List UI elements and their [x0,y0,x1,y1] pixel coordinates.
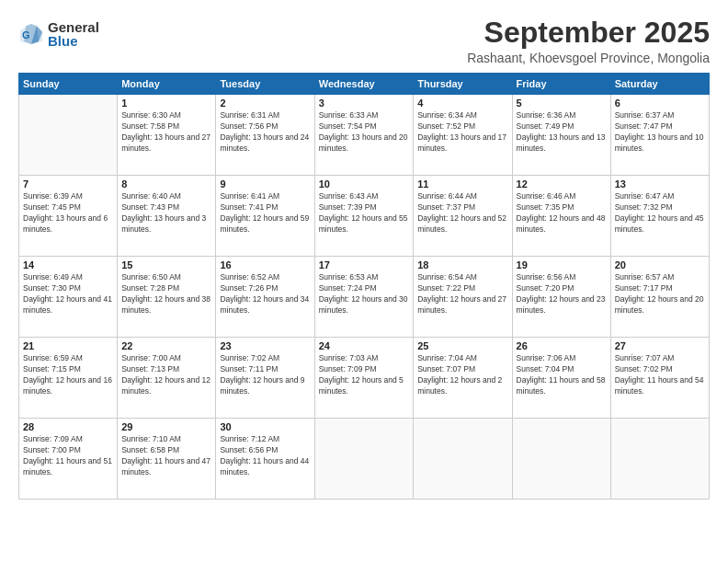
logo-blue: Blue [48,34,99,48]
svg-text:G: G [22,29,30,40]
cell-date: 11 [417,178,507,190]
cell-date: 18 [417,259,507,270]
col-saturday: Saturday [610,74,709,95]
title-block: September 2025 Rashaant, Khoevsgoel Prov… [467,17,710,65]
cell-info: Sunrise: 6:37 AMSunset: 7:47 PMDaylight:… [615,110,705,155]
cell-info: Sunrise: 6:44 AMSunset: 7:37 PMDaylight:… [417,191,507,236]
cell-info: Sunrise: 6:56 AMSunset: 7:20 PMDaylight:… [517,272,607,316]
cell-info: Sunrise: 6:47 AMSunset: 7:32 PMDaylight:… [615,191,705,236]
cell-date: 15 [121,259,211,270]
table-row: 14Sunrise: 6:49 AMSunset: 7:30 PMDayligh… [19,257,118,338]
table-row: 8Sunrise: 6:40 AMSunset: 7:43 PMDaylight… [118,176,216,257]
calendar: Sunday Monday Tuesday Wednesday Thursday… [18,73,710,500]
cell-info: Sunrise: 7:02 AMSunset: 7:11 PMDaylight:… [220,353,310,397]
cell-info: Sunrise: 6:33 AMSunset: 7:54 PMDaylight:… [319,110,409,155]
table-row: 22Sunrise: 7:00 AMSunset: 7:13 PMDayligh… [118,338,216,419]
table-row: 12Sunrise: 6:46 AMSunset: 7:35 PMDayligh… [512,176,610,257]
cell-date: 24 [319,340,409,351]
table-row: 30Sunrise: 7:12 AMSunset: 6:56 PMDayligh… [216,419,314,500]
cell-date: 5 [517,98,607,109]
cell-info: Sunrise: 7:03 AMSunset: 7:09 PMDaylight:… [319,353,409,397]
table-row: 16Sunrise: 6:52 AMSunset: 7:26 PMDayligh… [216,257,314,338]
cell-info: Sunrise: 6:39 AMSunset: 7:45 PMDaylight:… [23,191,113,236]
cell-date: 26 [517,340,607,351]
table-row: 10Sunrise: 6:43 AMSunset: 7:39 PMDayligh… [314,176,413,257]
table-row: 9Sunrise: 6:41 AMSunset: 7:41 PMDaylight… [216,176,314,257]
cell-info: Sunrise: 6:53 AMSunset: 7:24 PMDaylight:… [319,272,409,316]
table-row: 23Sunrise: 7:02 AMSunset: 7:11 PMDayligh… [216,338,314,419]
cell-date: 22 [121,340,211,351]
cell-info: Sunrise: 6:50 AMSunset: 7:28 PMDaylight:… [121,272,211,316]
table-row: 19Sunrise: 6:56 AMSunset: 7:20 PMDayligh… [512,257,610,338]
table-row: 17Sunrise: 6:53 AMSunset: 7:24 PMDayligh… [314,257,413,338]
cell-date: 29 [121,421,211,432]
table-row: 24Sunrise: 7:03 AMSunset: 7:09 PMDayligh… [314,338,413,419]
cell-info: Sunrise: 7:10 AMSunset: 6:58 PMDaylight:… [121,434,211,478]
cell-date: 17 [319,259,409,270]
table-row: 29Sunrise: 7:10 AMSunset: 6:58 PMDayligh… [118,419,216,500]
cell-info: Sunrise: 6:57 AMSunset: 7:17 PMDaylight:… [615,272,705,316]
cell-date: 8 [121,178,211,190]
cell-info: Sunrise: 7:06 AMSunset: 7:04 PMDaylight:… [517,353,607,397]
table-row: 4Sunrise: 6:34 AMSunset: 7:52 PMDaylight… [414,95,512,176]
cell-info: Sunrise: 6:36 AMSunset: 7:49 PMDaylight:… [517,110,607,155]
table-row: 27Sunrise: 7:07 AMSunset: 7:02 PMDayligh… [610,338,709,419]
calendar-week-row: 7Sunrise: 6:39 AMSunset: 7:45 PMDaylight… [19,176,710,257]
cell-date: 21 [23,340,113,351]
cell-info: Sunrise: 6:40 AMSunset: 7:43 PMDaylight:… [121,191,211,236]
table-row: 1Sunrise: 6:30 AMSunset: 7:58 PMDaylight… [118,95,216,176]
logo-icon: G [18,21,44,47]
table-row [610,419,709,500]
cell-info: Sunrise: 6:49 AMSunset: 7:30 PMDaylight:… [23,272,113,316]
cell-date: 25 [417,340,507,351]
table-row [512,419,610,500]
cell-info: Sunrise: 6:54 AMSunset: 7:22 PMDaylight:… [417,272,507,316]
cell-info: Sunrise: 6:43 AMSunset: 7:39 PMDaylight:… [319,191,409,236]
table-row [414,419,512,500]
cell-date: 13 [615,178,705,190]
cell-date: 1 [121,98,211,109]
logo: G General Blue [18,20,99,48]
cell-date: 16 [220,259,310,270]
calendar-header-row: Sunday Monday Tuesday Wednesday Thursday… [19,74,710,95]
cell-info: Sunrise: 6:34 AMSunset: 7:52 PMDaylight:… [417,110,507,155]
cell-date: 12 [517,178,607,190]
cell-date: 10 [319,178,409,190]
cell-date: 3 [319,98,409,109]
table-row: 20Sunrise: 6:57 AMSunset: 7:17 PMDayligh… [610,257,709,338]
table-row: 28Sunrise: 7:09 AMSunset: 7:00 PMDayligh… [19,419,118,500]
col-wednesday: Wednesday [314,74,413,95]
col-monday: Monday [118,74,216,95]
cell-date: 2 [220,98,310,109]
location-title: Rashaant, Khoevsgoel Province, Mongolia [467,51,710,65]
table-row: 25Sunrise: 7:04 AMSunset: 7:07 PMDayligh… [414,338,512,419]
cell-date: 27 [615,340,705,351]
table-row: 18Sunrise: 6:54 AMSunset: 7:22 PMDayligh… [414,257,512,338]
cell-date: 14 [23,259,113,270]
calendar-week-row: 21Sunrise: 6:59 AMSunset: 7:15 PMDayligh… [19,338,710,419]
cell-date: 4 [417,98,507,109]
logo-general: General [48,20,99,34]
table-row: 7Sunrise: 6:39 AMSunset: 7:45 PMDaylight… [19,176,118,257]
table-row: 13Sunrise: 6:47 AMSunset: 7:32 PMDayligh… [610,176,709,257]
col-thursday: Thursday [414,74,512,95]
cell-date: 6 [615,98,705,109]
cell-info: Sunrise: 7:07 AMSunset: 7:02 PMDaylight:… [615,353,705,397]
cell-date: 28 [23,421,113,432]
table-row [314,419,413,500]
cell-info: Sunrise: 7:12 AMSunset: 6:56 PMDaylight:… [220,434,310,478]
cell-info: Sunrise: 6:30 AMSunset: 7:58 PMDaylight:… [121,110,211,155]
cell-info: Sunrise: 6:31 AMSunset: 7:56 PMDaylight:… [220,110,310,155]
col-tuesday: Tuesday [216,74,314,95]
month-title: September 2025 [467,17,710,49]
cell-date: 20 [615,259,705,270]
logo-text: General Blue [48,20,99,48]
cell-info: Sunrise: 7:09 AMSunset: 7:00 PMDaylight:… [23,434,113,478]
calendar-week-row: 1Sunrise: 6:30 AMSunset: 7:58 PMDaylight… [19,95,710,176]
cell-date: 9 [220,178,310,190]
col-friday: Friday [512,74,610,95]
table-row: 26Sunrise: 7:06 AMSunset: 7:04 PMDayligh… [512,338,610,419]
cell-info: Sunrise: 6:59 AMSunset: 7:15 PMDaylight:… [23,353,113,397]
calendar-week-row: 28Sunrise: 7:09 AMSunset: 7:00 PMDayligh… [19,419,710,500]
table-row [19,95,118,176]
